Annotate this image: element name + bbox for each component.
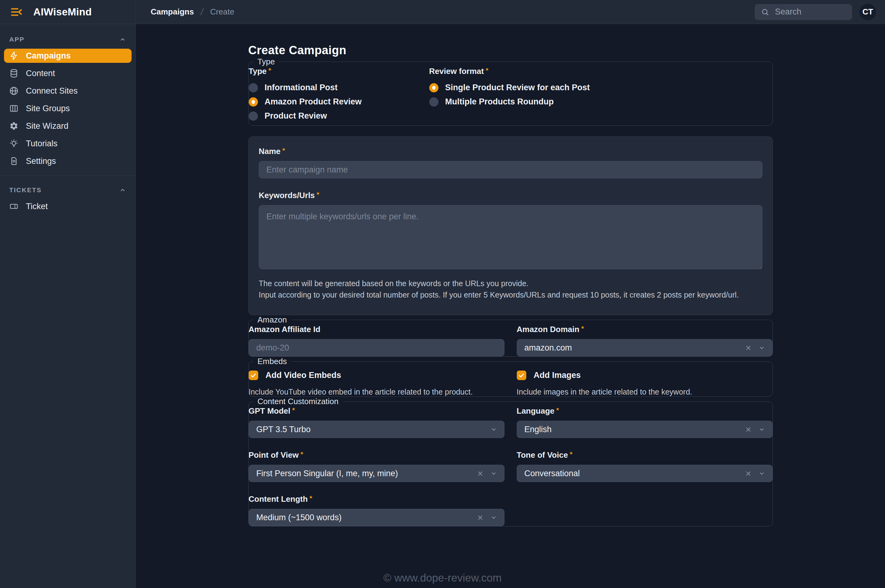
language-field: Language* English bbox=[517, 406, 772, 438]
content-length-select[interactable]: Medium (~1500 words) bbox=[249, 509, 505, 526]
chevron-down-icon[interactable] bbox=[758, 470, 765, 477]
sidebar-item-site-wizard[interactable]: Site Wizard bbox=[4, 119, 132, 133]
tone-of-voice-select[interactable]: Conversational bbox=[517, 465, 772, 482]
affiliate-id-input[interactable] bbox=[249, 339, 505, 356]
content: Create Campaign Type Type* Informational… bbox=[136, 24, 885, 588]
radio-icon[interactable] bbox=[249, 83, 258, 92]
content-length-field: Content Length* Medium (~1500 words) bbox=[249, 494, 505, 526]
chevron-down-icon[interactable] bbox=[490, 514, 497, 521]
add-images-field: Add Images Include images in the article… bbox=[517, 366, 772, 396]
radio-product-review[interactable]: Product Review bbox=[249, 111, 429, 121]
content-length-label: Content Length* bbox=[249, 494, 505, 504]
chevron-down-icon[interactable] bbox=[758, 426, 765, 433]
name-label: Name* bbox=[259, 147, 762, 156]
sidebar-item-connect-sites[interactable]: Connect Sites bbox=[4, 84, 132, 98]
search-input[interactable] bbox=[774, 7, 846, 17]
sidebar-section-app[interactable]: APP bbox=[9, 34, 126, 45]
breadcrumb-campaigns[interactable]: Campaigns bbox=[151, 7, 194, 16]
radio-icon[interactable] bbox=[429, 98, 439, 106]
chevron-down-icon[interactable] bbox=[490, 470, 497, 477]
tone-of-voice-field: Tone of Voice* Conversational bbox=[517, 450, 772, 482]
radio-multiple-products-roundup[interactable]: Multiple Products Roundup bbox=[429, 97, 772, 106]
gpt-model-select[interactable]: GPT 3.5 Turbo bbox=[249, 421, 505, 438]
add-images-checkbox[interactable] bbox=[517, 370, 526, 380]
review-format-radio-group: Review format* Single Product Review for… bbox=[429, 66, 772, 125]
sidebar-item-label: Site Groups bbox=[26, 104, 70, 113]
type-radio-group: Type* Informational Post Amazon Product … bbox=[249, 66, 429, 125]
sidebar-item-label: Ticket bbox=[26, 202, 48, 211]
language-label: Language* bbox=[517, 406, 772, 416]
gear-icon bbox=[9, 122, 18, 130]
required-marker: * bbox=[556, 406, 559, 414]
database-icon bbox=[9, 69, 18, 78]
campaign-name-input[interactable] bbox=[259, 161, 762, 178]
sidebar-collapse-icon[interactable] bbox=[9, 6, 23, 18]
keywords-textarea[interactable] bbox=[259, 205, 762, 269]
required-marker: * bbox=[310, 494, 313, 502]
sidebar-item-site-groups[interactable]: Site Groups bbox=[4, 101, 132, 116]
add-images-checkbox-row[interactable]: Add Images bbox=[517, 370, 772, 380]
section-label: APP bbox=[9, 36, 25, 43]
amazon-domain-select[interactable]: amazon.com bbox=[517, 339, 772, 356]
avatar[interactable]: CT bbox=[859, 4, 876, 20]
campaign-basics-card: Name* Keywords/Urls* The content will be… bbox=[248, 136, 773, 315]
keywords-label: Keywords/Urls* bbox=[259, 190, 762, 200]
gpt-model-field: GPT Model* GPT 3.5 Turbo bbox=[249, 406, 505, 438]
amazon-fieldset: Amazon Amazon Affiliate Id Amazon Domain… bbox=[248, 315, 773, 357]
required-marker: * bbox=[581, 325, 584, 332]
video-embeds-checkbox[interactable] bbox=[249, 370, 258, 380]
content-customization-legend: Content Customization bbox=[253, 397, 343, 406]
clear-icon[interactable] bbox=[745, 470, 752, 477]
sidebar-item-label: Tutorials bbox=[26, 139, 58, 148]
clear-icon[interactable] bbox=[745, 344, 752, 351]
sidebar-item-ticket[interactable]: Ticket bbox=[4, 199, 132, 213]
sidebar-item-label: Site Wizard bbox=[26, 122, 68, 131]
main-area: Campaigns / Create CT Create Campaign bbox=[136, 0, 885, 588]
required-marker: * bbox=[301, 450, 303, 458]
radio-icon[interactable] bbox=[429, 83, 439, 92]
sidebar-section-tickets[interactable]: TICKETS bbox=[9, 184, 126, 196]
search-box[interactable] bbox=[755, 4, 852, 20]
radio-amazon-product-review[interactable]: Amazon Product Review bbox=[249, 97, 429, 106]
breadcrumb-create: Create bbox=[210, 7, 234, 16]
clear-icon[interactable] bbox=[477, 514, 484, 521]
amazon-domain-field: Amazon Domain* amazon.com bbox=[517, 325, 772, 356]
sidebar-item-label: Connect Sites bbox=[26, 86, 78, 96]
language-select[interactable]: English bbox=[517, 421, 772, 438]
check-icon bbox=[518, 372, 525, 379]
chevron-down-icon[interactable] bbox=[490, 426, 497, 433]
radio-single-product-review[interactable]: Single Product Review for each Post bbox=[429, 83, 772, 92]
breadcrumb: Campaigns / Create bbox=[151, 6, 234, 18]
sidebar: AIWiseMind APP Campaigns Content bbox=[0, 0, 136, 588]
radio-icon[interactable] bbox=[249, 98, 258, 106]
search-icon bbox=[761, 8, 769, 16]
sidebar-item-content[interactable]: Content bbox=[4, 66, 132, 80]
sidebar-item-campaigns[interactable]: Campaigns bbox=[4, 49, 132, 63]
required-marker: * bbox=[282, 147, 285, 154]
affiliate-id-label: Amazon Affiliate Id bbox=[249, 325, 505, 334]
topbar-right: CT bbox=[755, 4, 876, 20]
check-icon bbox=[249, 372, 257, 379]
app-root: AIWiseMind APP Campaigns Content bbox=[0, 0, 885, 588]
embeds-fieldset: Embeds Add Video Embeds Include YouTube … bbox=[248, 357, 773, 397]
sidebar-item-tutorials[interactable]: Tutorials bbox=[4, 136, 132, 151]
radio-informational-post[interactable]: Informational Post bbox=[249, 83, 429, 92]
keywords-helper-text: The content will be generated based on t… bbox=[259, 278, 762, 301]
clear-icon[interactable] bbox=[477, 470, 484, 477]
type-fieldset: Type Type* Informational Post bbox=[248, 57, 773, 126]
point-of-view-select[interactable]: First Person Singular (I, me, my, mine) bbox=[249, 465, 505, 482]
columns-icon bbox=[9, 104, 18, 113]
breadcrumb-separator: / bbox=[200, 6, 204, 18]
chevron-up-icon bbox=[119, 36, 126, 43]
sidebar-item-settings[interactable]: Settings bbox=[4, 154, 132, 168]
content-customization-fieldset: Content Customization GPT Model* GPT 3.5… bbox=[248, 397, 773, 526]
sidebar-item-label: Content bbox=[26, 69, 55, 78]
radio-icon[interactable] bbox=[249, 111, 258, 121]
add-images-description: Include images in the article related to… bbox=[517, 387, 772, 396]
affiliate-id-field: Amazon Affiliate Id bbox=[249, 325, 505, 356]
required-marker: * bbox=[268, 66, 271, 74]
chevron-down-icon[interactable] bbox=[758, 344, 765, 351]
lightning-icon bbox=[9, 51, 18, 60]
video-embeds-checkbox-row[interactable]: Add Video Embeds bbox=[249, 370, 505, 380]
clear-icon[interactable] bbox=[745, 426, 752, 433]
